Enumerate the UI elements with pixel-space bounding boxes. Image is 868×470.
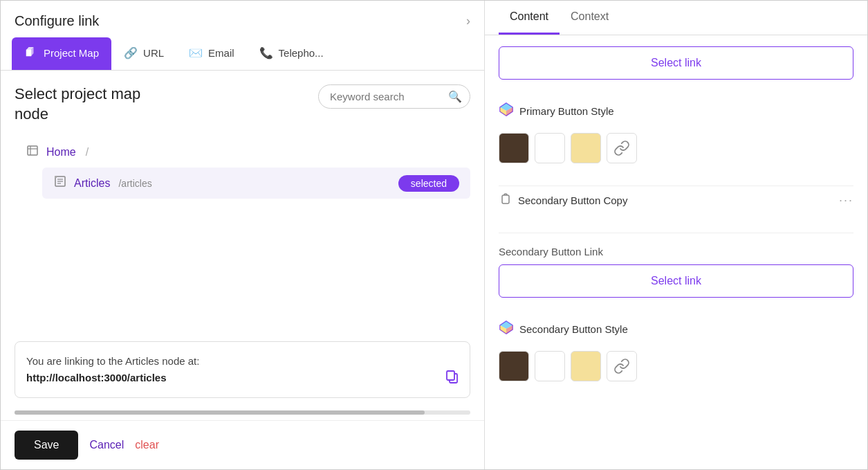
secondary-swatch-link[interactable] [607,351,637,381]
primary-button-style-label: Primary Button Style [499,102,853,120]
link-info-url: http://localhost:3000/articles [26,372,167,383]
tab-email-label: Email [208,47,234,59]
secondary-swatch-white[interactable] [535,351,565,381]
secondary-button-style-section: Secondary Button Style [499,320,853,387]
tab-context[interactable]: Context [560,1,620,35]
home-node-slash: / [86,146,89,159]
tab-bar: Project Map 🔗 URL ✉️ Email 📞 Telepho... [1,37,484,71]
right-panel: Content Context Select link [485,1,867,469]
right-content: Select link Primary Button Style [485,35,867,409]
svg-rect-0 [26,50,31,56]
tab-email[interactable]: ✉️ Email [176,37,247,70]
project-map-icon [24,44,38,61]
primary-button-style-text: Primary Button Style [519,105,614,117]
search-icon: 🔍 [448,90,462,103]
tab-project-map[interactable]: Project Map [12,37,111,70]
secondary-style-gem-icon [499,320,514,338]
articles-node-icon [53,174,67,192]
selected-badge: selected [398,175,459,192]
panel-header: Configure link › [1,1,484,37]
primary-swatch-white[interactable] [535,133,565,163]
articles-node-name: Articles [74,177,110,190]
secondary-swatch-yellow[interactable] [571,351,601,381]
scrollbar-thumb[interactable] [15,410,425,415]
select-node-label: Select project map node [15,84,153,124]
secondary-button-style-text: Secondary Button Style [519,323,628,335]
url-icon: 🔗 [124,46,138,60]
secondary-select-link-button[interactable]: Select link [499,264,853,298]
tree-container: Home / Articles /articles selected [1,131,484,334]
tree-item-home[interactable]: Home / [15,136,470,168]
link-info-text: You are linking to the Articles node at:… [26,353,459,386]
home-node-icon [26,143,39,161]
telephone-icon: 📞 [259,46,273,60]
scrollbar-track [15,410,470,415]
search-area: Select project map node 🔍 [1,71,484,131]
secondary-style-swatches [499,345,853,387]
svg-rect-3 [28,146,37,155]
tab-url-label: URL [143,47,164,59]
tab-context-label: Context [571,10,609,22]
primary-select-link-button[interactable]: Select link [499,46,853,80]
primary-swatch-link[interactable] [607,133,637,163]
svg-rect-12 [447,371,454,380]
tab-content[interactable]: Content [499,1,560,35]
email-icon: ✉️ [189,46,203,60]
secondary-link-title-section: Secondary Button Link Select link [499,239,853,309]
tree-item-articles[interactable]: Articles /articles selected [42,168,470,199]
save-button[interactable]: Save [15,431,78,460]
tab-content-label: Content [510,10,548,22]
right-tabs: Content Context [485,1,867,35]
svg-rect-10 [55,176,57,178]
secondary-button-link-title: Secondary Button Link [499,246,853,257]
tab-project-map-label: Project Map [44,47,99,59]
primary-button-style-section: Primary Button Style [499,102,853,169]
primary-swatch-dark[interactable] [499,133,529,163]
primary-style-gem-icon [499,102,514,120]
secondary-button-copy-label: Secondary Button Copy ··· [499,192,853,209]
articles-node-path: /articles [118,178,151,189]
panel-title: Configure link [15,13,99,29]
primary-style-swatches [499,127,853,169]
home-node-name: Home [46,146,76,159]
secondary-button-style-label: Secondary Button Style [499,320,853,338]
cancel-button[interactable]: Cancel [89,439,124,451]
divider-1 [499,186,853,186]
tab-telephone-label: Telepho... [279,47,324,59]
link-info-box: You are linking to the Articles node at:… [15,341,470,398]
panel-footer: Save Cancel clear [1,420,484,469]
secondary-copy-more-icon[interactable]: ··· [839,193,853,208]
secondary-button-copy-section: Secondary Button Copy ··· [499,192,853,216]
copy-icon[interactable] [445,369,460,388]
secondary-button-copy-text: Secondary Button Copy [518,195,627,206]
secondary-copy-icon [499,192,513,209]
divider-2 [499,233,853,233]
secondary-swatch-dark[interactable] [499,351,529,381]
clear-button[interactable]: clear [135,439,159,451]
primary-link-section: Select link [499,46,853,91]
tab-url[interactable]: 🔗 URL [111,37,176,70]
left-panel: Configure link › Project Map 🔗 URL ✉️ Em… [1,1,485,469]
tab-telephone[interactable]: 📞 Telepho... [247,37,336,70]
keyword-search-input[interactable] [318,84,470,109]
search-wrap: 🔍 [318,84,470,109]
panel-close-arrow[interactable]: › [466,14,470,28]
primary-swatch-yellow[interactable] [571,133,601,163]
